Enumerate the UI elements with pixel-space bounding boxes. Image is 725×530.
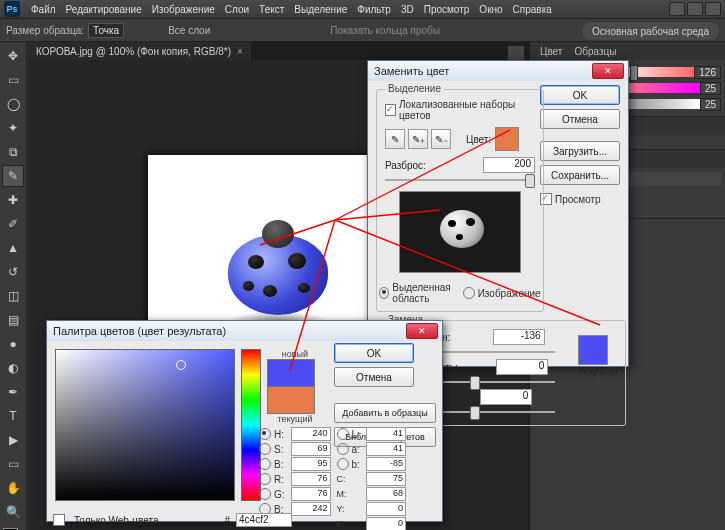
eraser-tool[interactable]: ◫ <box>2 285 24 307</box>
eyedropper-icon[interactable]: ✎ <box>385 129 405 149</box>
y-value[interactable]: 0 <box>366 502 406 516</box>
k-value[interactable]: 0 <box>366 517 406 530</box>
sample-layers[interactable]: Все слои <box>168 25 210 36</box>
crop-tool[interactable]: ⧉ <box>2 141 24 163</box>
dialog-titlebar[interactable]: Заменить цвет ✕ <box>368 61 628 81</box>
s-value[interactable]: 69 <box>291 442 331 456</box>
sv-field[interactable] <box>55 349 235 501</box>
sample-size-value[interactable]: Точка <box>88 23 124 38</box>
heal-tool[interactable]: ✚ <box>2 189 24 211</box>
minimize-button[interactable] <box>669 2 685 16</box>
lasso-tool[interactable]: ◯ <box>2 93 24 115</box>
workspace-switcher[interactable]: Основная рабочая среда <box>582 22 719 40</box>
tab-swatches[interactable]: Образцы <box>574 46 616 57</box>
radio-s[interactable] <box>259 443 271 455</box>
gradient-tool[interactable]: ▤ <box>2 309 24 331</box>
color-val-b[interactable]: 25 <box>700 98 721 111</box>
current-color-swatch[interactable] <box>267 387 315 414</box>
tab-color[interactable]: Цвет <box>540 46 562 57</box>
type-tool[interactable]: T <box>2 405 24 427</box>
menu-3d[interactable]: 3D <box>401 4 414 15</box>
m-value[interactable]: 68 <box>366 487 406 501</box>
stamp-tool[interactable]: ▲ <box>2 237 24 259</box>
ok-button[interactable]: OK <box>334 343 414 363</box>
cancel-button[interactable]: Отмена <box>540 109 620 129</box>
close-tab-icon[interactable]: × <box>237 46 243 57</box>
h-value[interactable]: 240 <box>291 427 331 441</box>
show-ring-button[interactable]: Показать кольца пробы <box>330 25 440 36</box>
dialog-titlebar[interactable]: Палитра цветов (цвет результата) ✕ <box>47 321 442 341</box>
maximize-button[interactable] <box>687 2 703 16</box>
hex-label: # <box>224 515 230 526</box>
hand-tool[interactable]: ✋ <box>2 477 24 499</box>
l-value[interactable]: 41 <box>366 427 406 441</box>
radio-b2[interactable] <box>337 458 349 470</box>
hue-slider[interactable] <box>241 349 261 501</box>
menubar: Ps Файл Редактирование Изображение Слои … <box>0 0 725 18</box>
ok-button[interactable]: OK <box>540 85 620 105</box>
blur-tool[interactable]: ● <box>2 333 24 355</box>
wand-tool[interactable]: ✦ <box>2 117 24 139</box>
hex-value[interactable]: 4c4cf2 <box>236 513 292 527</box>
move-tool[interactable]: ✥ <box>2 45 24 67</box>
menu-help[interactable]: Справка <box>513 4 552 15</box>
eyedropper-plus-icon[interactable]: ✎₊ <box>408 129 428 149</box>
radio-g[interactable] <box>259 488 271 500</box>
fuzziness-slider[interactable] <box>385 173 535 187</box>
menu-edit[interactable]: Редактирование <box>66 4 142 15</box>
radio-l[interactable] <box>337 428 349 440</box>
radio-r[interactable] <box>259 473 271 485</box>
eyedropper-tool[interactable]: ✎ <box>2 165 24 187</box>
menu-filter[interactable]: Фильтр <box>357 4 391 15</box>
menu-layers[interactable]: Слои <box>225 4 249 15</box>
cancel-button[interactable]: Отмена <box>334 367 414 387</box>
radio-selection[interactable] <box>379 287 389 299</box>
new-color-swatch[interactable] <box>267 359 315 387</box>
zoom-tool[interactable]: 🔍 <box>2 501 24 523</box>
save-button[interactable]: Сохранить... <box>540 165 620 185</box>
fuzziness-value[interactable]: 200 <box>483 157 535 173</box>
radio-image[interactable] <box>463 287 475 299</box>
add-swatch-button[interactable]: Добавить в образцы <box>334 403 436 423</box>
color-val-g[interactable]: 25 <box>700 82 721 95</box>
radio-bv[interactable] <box>259 458 271 470</box>
radio-a[interactable] <box>337 443 349 455</box>
menu-image[interactable]: Изображение <box>152 4 215 15</box>
dodge-tool[interactable]: ◐ <box>2 357 24 379</box>
brush-tool[interactable]: ✐ <box>2 213 24 235</box>
menu-text[interactable]: Текст <box>259 4 284 15</box>
bv-value[interactable]: 95 <box>291 457 331 471</box>
color-val-r[interactable]: 126 <box>694 66 721 79</box>
eyedropper-minus-icon[interactable]: ✎₋ <box>431 129 451 149</box>
g-value[interactable]: 76 <box>291 487 331 501</box>
r-value[interactable]: 76 <box>291 472 331 486</box>
a-value[interactable]: 41 <box>366 442 406 456</box>
marquee-tool[interactable]: ▭ <box>2 69 24 91</box>
radio-h[interactable] <box>259 428 271 440</box>
b2-value[interactable]: -85 <box>366 457 406 471</box>
source-color-swatch[interactable] <box>495 127 519 151</box>
menu-file[interactable]: Файл <box>31 4 56 15</box>
c-value[interactable]: 75 <box>366 472 406 486</box>
dialog-title: Заменить цвет <box>374 65 449 77</box>
path-tool[interactable]: ▶ <box>2 429 24 451</box>
lightness-value[interactable]: 0 <box>480 389 532 405</box>
menu-view[interactable]: Просмотр <box>424 4 470 15</box>
preview-label: Просмотр <box>555 194 601 205</box>
saturation-value[interactable]: 0 <box>496 359 548 375</box>
close-button[interactable] <box>705 2 721 16</box>
menu-window[interactable]: Окно <box>479 4 502 15</box>
load-button[interactable]: Загрузить... <box>540 141 620 161</box>
result-swatch[interactable] <box>578 335 608 365</box>
document-tab[interactable]: КОРОВА.jpg @ 100% (Фон копия, RGB/8*) × <box>28 42 251 61</box>
close-icon[interactable]: ✕ <box>406 323 438 339</box>
web-only-checkbox[interactable] <box>53 514 65 526</box>
localized-checkbox[interactable] <box>385 104 396 116</box>
menu-select[interactable]: Выделение <box>294 4 347 15</box>
history-brush-tool[interactable]: ↺ <box>2 261 24 283</box>
b-value[interactable]: 242 <box>291 502 331 516</box>
close-icon[interactable]: ✕ <box>592 63 624 79</box>
hue-value[interactable]: -136 <box>493 329 545 345</box>
pen-tool[interactable]: ✒ <box>2 381 24 403</box>
shape-tool[interactable]: ▭ <box>2 453 24 475</box>
